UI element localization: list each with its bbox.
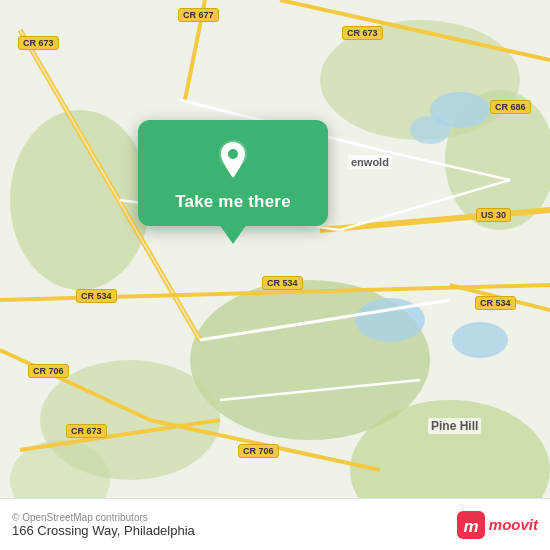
svg-text:m: m (463, 517, 478, 536)
road-label-cr677: CR 677 (178, 8, 219, 22)
map-svg (0, 0, 550, 550)
road-label-cr673-left: CR 673 (18, 36, 59, 50)
place-label-pine-hill: Pine Hill (428, 418, 481, 434)
road-label-cr706-left: CR 706 (28, 364, 69, 378)
road-label-cr534-mid: CR 534 (262, 276, 303, 290)
address-label: 166 Crossing Way, Philadelphia (12, 523, 457, 538)
moovit-brand-text: moovit (489, 516, 538, 533)
road-label-cr534-left: CR 534 (76, 289, 117, 303)
road-label-cr534-right: CR 534 (475, 296, 516, 310)
location-pin-icon (211, 138, 255, 182)
svg-point-10 (410, 116, 450, 144)
svg-point-28 (228, 149, 238, 159)
location-popup[interactable]: Take me there (138, 120, 328, 226)
svg-point-9 (452, 322, 508, 358)
moovit-icon: m (457, 511, 485, 539)
map-container: CR 677 CR 673 CR 673 CR 686 US 30 CR 534… (0, 0, 550, 550)
moovit-logo: m moovit (457, 511, 538, 539)
road-label-cr673-top: CR 673 (342, 26, 383, 40)
road-label-us30: US 30 (476, 208, 511, 222)
take-me-there-button[interactable]: Take me there (175, 192, 291, 212)
osm-attribution: © OpenStreetMap contributors (12, 512, 457, 523)
place-label-glenwold: enwold (348, 155, 392, 169)
road-label-cr706-bottom: CR 706 (238, 444, 279, 458)
road-label-cr686: CR 686 (490, 100, 531, 114)
bottom-bar: © OpenStreetMap contributors 166 Crossin… (0, 498, 550, 550)
road-label-cr673-bottom: CR 673 (66, 424, 107, 438)
